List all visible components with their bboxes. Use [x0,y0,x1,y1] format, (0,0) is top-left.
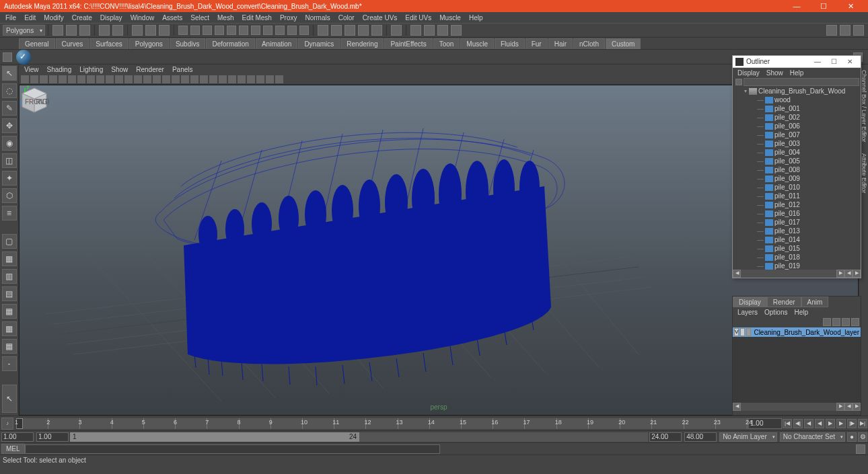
menu-help[interactable]: Help [465,14,487,22]
shelf-tab-fluids[interactable]: Fluids [495,38,525,49]
viewcube-icon[interactable]: FRONT RIGHT [20,85,49,115]
view-toolbar-icon[interactable] [238,75,246,83]
paint-select-tool-icon[interactable]: ✎ [2,101,17,116]
shelf-tab-ncloth[interactable]: nCloth [573,38,605,49]
render-settings-icon[interactable] [437,25,448,36]
outliner-item[interactable]: —pile_019 [733,262,861,270]
shelf-tab-custom[interactable]: Custom [606,38,641,49]
view-menu-lighting[interactable]: Lighting [75,66,107,73]
outliner-item[interactable]: —pile_007 [733,130,861,139]
outliner-minimize-icon[interactable]: — [809,58,826,65]
view-toolbar-icon[interactable] [68,75,76,83]
outliner-item[interactable]: —pile_017 [733,218,861,227]
mask-icon[interactable] [178,26,188,35]
close-button[interactable]: ✕ [837,2,864,11]
view-toolbar-icon[interactable] [96,75,104,83]
shelf-tab-dynamics[interactable]: Dynamics [298,38,340,49]
outliner-item[interactable]: —pile_008 [733,165,861,174]
mask-icon[interactable] [263,26,273,35]
current-frame-field[interactable]: 1.00 [748,418,782,429]
shelf-tab-general[interactable]: General [19,38,55,49]
ipr-render-icon[interactable] [424,25,435,36]
layer-menu-options[interactable]: Options [761,309,791,316]
menu-create-uvs[interactable]: Create UVs [359,14,402,22]
outliner-menu-display[interactable]: Display [734,69,763,77]
shelf-tab-curves[interactable]: Curves [56,38,89,49]
redo-icon[interactable] [112,25,123,36]
mask-icon[interactable] [287,26,297,35]
render-icon[interactable] [410,25,421,36]
select-tool-icon[interactable]: ↖ [2,66,17,81]
keyfwd-button[interactable]: ▶ [836,419,846,428]
menu-proxy[interactable]: Proxy [276,14,301,22]
outliner-item[interactable]: —pile_012 [733,200,861,209]
view-toolbar-icon[interactable] [40,75,48,83]
mask-icon[interactable] [299,26,309,35]
shelf-tab-animation[interactable]: Animation [256,38,297,49]
select-hierarchy-icon[interactable] [132,25,143,36]
view-menu-show[interactable]: Show [107,66,132,73]
view-toolbar-icon[interactable] [134,75,142,83]
play-rev-button[interactable]: ◀ [815,419,824,428]
snap-live-icon[interactable] [371,25,382,36]
view-toolbar-icon[interactable] [247,75,255,83]
menu-file[interactable]: File [1,14,20,22]
view-toolbar-icon[interactable] [219,75,227,83]
panel-layout-icon[interactable] [853,25,864,36]
view-toolbar-icon[interactable] [228,75,236,83]
menu-edit[interactable]: Edit [20,14,40,22]
menu-set-combo[interactable]: Polygons [3,25,45,36]
view-toolbar-icon[interactable] [172,75,180,83]
view-toolbar-icon[interactable] [190,75,198,83]
menu-display[interactable]: Display [96,14,126,22]
time-slider-track[interactable]: 123456789101112131415161718192021222324 [16,418,747,429]
layer-move-down-icon[interactable] [832,318,840,326]
open-scene-icon[interactable] [66,25,77,36]
mask-icon[interactable] [227,26,236,35]
layout-icon[interactable]: - [2,356,17,371]
outliner-item[interactable]: —pile_001 [733,104,861,113]
soft-mod-tool-icon[interactable]: ⬡ [2,188,17,203]
outliner-item[interactable]: —pile_018 [733,253,861,262]
gotostart-button[interactable]: |◀ [783,419,792,428]
range-box[interactable]: 1 24 [70,432,359,442]
shelf-tab-deformation[interactable]: Deformation [206,38,254,49]
view-toolbar-icon[interactable] [77,75,85,83]
layer-new-empty-icon[interactable] [842,318,850,326]
view-toolbar-icon[interactable] [256,75,264,83]
construction-history-icon[interactable] [391,25,402,36]
view-menu-shading[interactable]: Shading [43,66,76,73]
outliner-maximize-icon[interactable]: ☐ [826,58,842,65]
persp-outliner-icon[interactable]: ▦ [2,304,17,319]
shelf-tab-painteffects[interactable]: PaintEffects [384,38,432,49]
maximize-button[interactable]: ☐ [810,2,837,11]
select-object-icon[interactable] [145,25,156,36]
mask-icon[interactable] [215,26,224,35]
snap-curve-icon[interactable] [331,25,342,36]
lasso-tool-icon[interactable]: ◌ [2,83,17,98]
layer-menu-layers[interactable]: Layers [734,309,761,316]
scale-tool-icon[interactable]: ◫ [2,153,17,168]
layer-move-up-icon[interactable] [823,318,831,326]
new-scene-icon[interactable] [52,25,63,36]
move-tool-icon[interactable]: ✥ [2,118,17,133]
menu-assets[interactable]: Assets [158,14,186,22]
menu-edit-mesh[interactable]: Edit Mesh [238,14,275,22]
snap-plane-icon[interactable] [358,25,369,36]
view-toolbar-icon[interactable] [200,75,208,83]
view-toolbar-icon[interactable] [49,75,57,83]
view-toolbar-icon[interactable] [143,75,151,83]
undo-icon[interactable] [99,25,110,36]
render-view-icon[interactable] [451,25,462,36]
select-component-icon[interactable] [159,25,170,36]
range-end-outer[interactable]: 48.00 [684,432,717,442]
mask-icon[interactable] [275,26,285,35]
shelf-tab-subdivs[interactable]: Subdivs [170,38,206,49]
view-toolbar-icon[interactable] [21,75,29,83]
outliner-item[interactable]: —pile_009 [733,174,861,183]
timeline-sound-icon[interactable]: ♪ [1,418,13,430]
shelf-tab-hair[interactable]: Hair [548,38,573,49]
outliner-close-icon[interactable]: ✕ [842,58,858,65]
view-toolbar-icon[interactable] [59,75,67,83]
keyback-button[interactable]: ◀ [804,419,813,428]
